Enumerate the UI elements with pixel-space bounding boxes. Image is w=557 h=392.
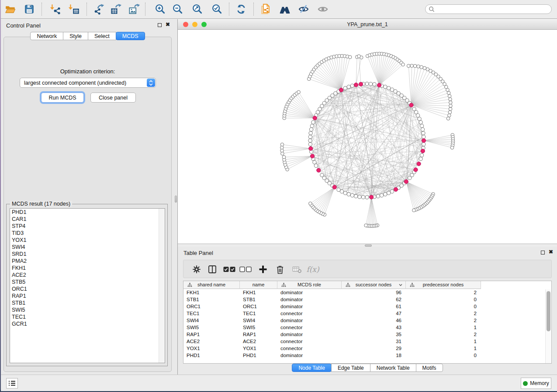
export-table-button[interactable] [109,3,122,16]
network-canvas[interactable] [178,30,557,244]
node-table[interactable]: shared namenameMCDS rolesuccessor nodesp… [183,281,552,364]
import-network-button[interactable] [49,3,62,16]
memory-status-icon [523,381,528,386]
table-row[interactable]: RAP1RAP1dominator352 [183,331,551,338]
table-row[interactable]: STB1STB1dominator620 [183,296,551,303]
table-row[interactable]: SWI4SWI4dominator462 [183,317,551,324]
mcds-result-item[interactable]: PMA2 [10,258,165,265]
mcds-result-item[interactable]: PHD1 [10,209,165,216]
table-row[interactable]: TEC1TEC1connector472 [183,310,551,317]
zoom-selected-button[interactable] [211,3,224,16]
table-cell: ACE2 [183,338,240,345]
result-list-scrollbar[interactable] [159,209,165,363]
tab-motifs[interactable]: Motifs [416,364,443,372]
column-header-successor-nodes[interactable]: successor nodes [342,281,406,289]
table-cell: ACE2 [240,338,277,345]
share-document-button[interactable] [259,3,272,16]
tab-edge-table[interactable]: Edge Table [331,364,370,372]
table-row[interactable]: SWI5SWI5connector431 [183,324,551,331]
close-panel-button[interactable]: Close panel [90,93,136,103]
hide-items-button[interactable] [297,3,310,16]
zoom-out-button[interactable] [171,3,184,16]
criterion-dropdown[interactable]: largest connected component (undirected) [20,78,156,88]
export-network-button[interactable] [93,3,106,16]
close-panel-icon[interactable]: ✖ [549,249,553,255]
mcds-result-list[interactable]: PHD1CAR1STP4TID3YOX1SWI4SRD1PMA2FKH1ACE2… [10,208,165,363]
float-panel-icon[interactable] [541,251,545,254]
mcds-result-item[interactable]: TEC1 [10,313,165,320]
close-panel-label: Close panel [99,95,128,101]
open-file-button[interactable] [4,3,17,16]
select-all-button[interactable] [222,260,237,279]
import-network-icon [50,3,61,15]
float-panel-icon[interactable] [158,23,162,27]
table-scrollbar-thumb[interactable] [547,291,550,331]
mcds-result-item[interactable]: GCR1 [10,320,165,327]
save-floppy-icon [24,4,35,14]
horizontal-splitter[interactable] [178,244,557,247]
network-title-bar[interactable]: YPA_prune.txt_1 [178,19,557,30]
main-toolbar [1,0,557,19]
tab-network[interactable]: Network [30,32,63,40]
table-row[interactable]: YOX1YOX1connector291 [183,345,551,352]
zoom-fit-button[interactable] [191,3,204,16]
mcds-result-item[interactable]: SWI5 [10,306,165,313]
mcds-result-item[interactable]: STP4 [10,223,165,230]
close-panel-icon[interactable]: ✖ [166,21,170,28]
tab-network-table[interactable]: Network Table [370,364,416,372]
table-settings-button[interactable] [189,260,204,279]
toolbar-separator [253,3,254,16]
mcds-result-item[interactable]: SRD1 [10,251,165,258]
column-header-label: MCDS role [277,282,341,287]
mcds-result-item[interactable]: YOX1 [10,237,165,244]
table-cell: dominator [277,289,342,296]
memory-button[interactable]: Memory [521,378,551,389]
tab-mcds[interactable]: MCDS [116,32,145,40]
save-session-button[interactable] [23,3,36,16]
table-row[interactable]: PHD1PHD1dominator180 [183,352,551,359]
mcds-result-group: MCDS result (17 nodes) PHD1CAR1STP4TID3Y… [6,204,168,366]
mcds-result-item[interactable]: SWI4 [10,244,165,251]
table-cell: 0 [406,303,481,310]
splitter-grip[interactable] [175,196,177,203]
vertical-splitter[interactable] [174,19,178,375]
table-row[interactable]: ORC1ORC1dominator610 [183,303,551,310]
delete-column-button[interactable] [273,260,287,279]
mcds-result-item[interactable]: ACE2 [10,272,165,279]
mcds-result-item[interactable]: TID3 [10,230,165,237]
mcds-result-item[interactable]: STB1 [10,299,165,306]
table-row[interactable]: ACE2ACE2connector311 [183,338,551,345]
zoom-in-button[interactable] [154,3,167,16]
tab-node-table[interactable]: Node Table [292,364,332,372]
run-mcds-button[interactable]: Run MCDS [41,93,84,103]
toolbar-search-input[interactable] [425,4,552,14]
show-items-button[interactable] [316,3,329,16]
tab-style[interactable]: Style [63,32,88,40]
column-header-name[interactable]: name [240,281,277,289]
export-image-button[interactable] [128,3,141,16]
gear-icon [192,265,201,274]
deselect-all-button[interactable] [238,260,253,279]
import-table-button[interactable] [67,3,80,16]
column-header-predecessor-nodes[interactable]: predecessor nodes [406,281,481,289]
mcds-result-item[interactable]: ORC1 [10,285,165,292]
mcds-result-item[interactable]: FKH1 [10,265,165,272]
columns-icon [208,265,217,274]
table-scrollbar[interactable] [545,289,551,363]
column-header-shared-name[interactable]: shared name [183,281,240,289]
add-column-button[interactable] [256,260,270,279]
toggle-columns-button[interactable] [205,260,220,279]
mcds-result-item[interactable]: CAR1 [10,216,165,223]
table-cell: RAP1 [183,331,240,338]
task-history-button[interactable] [6,378,18,389]
table-toolbar: f(x) [183,260,552,278]
mcds-result-item[interactable]: STB5 [10,279,165,285]
column-header-MCDS-role[interactable]: MCDS role [277,281,342,289]
search-networks-button[interactable] [278,3,291,16]
tab-select[interactable]: Select [88,32,116,40]
table-row[interactable]: FKH1FKH1dominator962 [183,289,551,296]
table-cell: SWI4 [240,317,277,324]
mcds-result-item[interactable]: RAP1 [10,292,165,299]
fx-icon: f(x) [306,265,319,274]
refresh-button[interactable] [235,3,248,16]
